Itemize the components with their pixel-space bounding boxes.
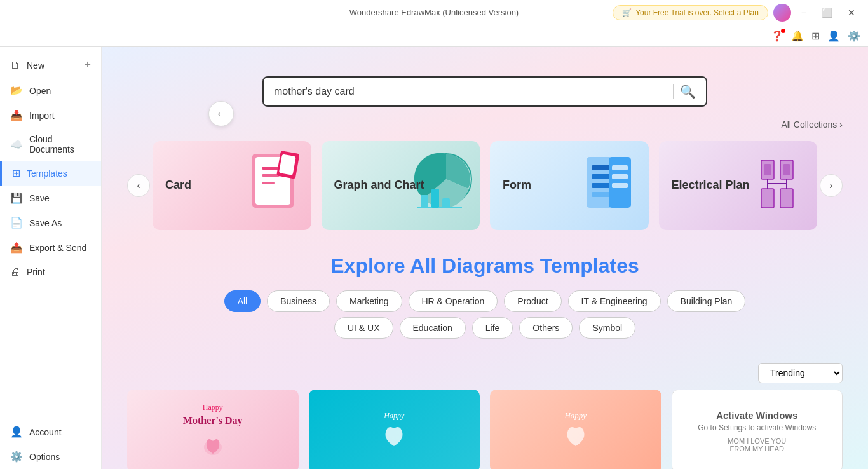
- svg-rect-18: [612, 165, 628, 170]
- title-bar: Wondershare EdrawMax (Unlicensed Version…: [0, 0, 868, 25]
- template-card-1[interactable]: Happy Mother's Day: [127, 390, 299, 469]
- toolbar-row: ❓ 🔔 ⊞ 👤 ⚙️: [0, 25, 868, 47]
- sort-select[interactable]: Trending Newest Most Popular: [758, 363, 843, 383]
- sidebar-item-export[interactable]: 📤 Export & Send: [0, 235, 101, 260]
- options-icon: ⚙️: [10, 451, 23, 463]
- settings-icon[interactable]: ⚙️: [848, 30, 860, 42]
- filter-tags-row2: UI & UX Education Life Others Symbol: [127, 317, 843, 339]
- carousel-prev-button[interactable]: ‹: [127, 174, 150, 197]
- close-button[interactable]: ✕: [843, 6, 860, 19]
- templates-icon: ⊞: [12, 167, 20, 179]
- saveas-icon: 📄: [10, 217, 23, 229]
- filter-others[interactable]: Others: [519, 317, 573, 339]
- template-card-3[interactable]: Happy: [490, 390, 661, 469]
- filter-symbol[interactable]: Symbol: [579, 317, 635, 339]
- card-illustration: [243, 147, 306, 220]
- search-button[interactable]: 🔍: [680, 84, 696, 99]
- carousel-items: Card: [150, 136, 820, 235]
- carousel-wrapper: ‹ Card: [127, 136, 843, 235]
- sidebar-item-cloud-label: Cloud Documents: [29, 134, 91, 154]
- filter-building[interactable]: Building Plan: [667, 290, 746, 312]
- filter-product[interactable]: Product: [504, 290, 561, 312]
- svg-rect-29: [783, 164, 790, 175]
- sidebar-item-new-label: New: [27, 60, 44, 71]
- sidebar-item-templates-label: Templates: [27, 168, 67, 179]
- export-icon: 📤: [10, 241, 23, 254]
- sidebar-item-open[interactable]: 📂 Open: [0, 78, 101, 103]
- bell-icon[interactable]: 🔔: [791, 30, 804, 42]
- carousel-card-form[interactable]: Form: [490, 141, 649, 230]
- sidebar-item-templates[interactable]: ⊞ Templates: [0, 161, 101, 186]
- carousel-card-card[interactable]: Card: [153, 141, 311, 230]
- search-divider: [673, 84, 674, 99]
- trial-banner[interactable]: 🛒 Your Free Trial is over. Select a Plan: [613, 5, 768, 20]
- import-icon: 📥: [10, 109, 23, 121]
- sidebar-item-import-label: Import: [29, 111, 55, 121]
- sort-row: Trending Newest Most Popular: [102, 357, 868, 390]
- explore-title: Explore All Diagrams Templates: [127, 254, 843, 278]
- svg-rect-23: [761, 189, 774, 208]
- avatar[interactable]: [773, 4, 791, 22]
- minimize-button[interactable]: −: [796, 6, 811, 19]
- filter-hr[interactable]: HR & Operation: [409, 290, 498, 312]
- new-icon: 🗋: [10, 60, 20, 71]
- sidebar-item-saveas[interactable]: 📄 Save As: [0, 210, 101, 235]
- carousel-card-electrical-label: Electrical Plan: [672, 178, 750, 193]
- sidebar-item-options-label: Options: [29, 452, 60, 462]
- svg-rect-9: [421, 195, 428, 208]
- template-card-3-content: Happy: [490, 390, 661, 469]
- back-button[interactable]: ←: [208, 101, 234, 126]
- carousel-card-graph[interactable]: Graph and Chart: [322, 141, 480, 230]
- save-icon: 💾: [10, 192, 23, 204]
- account-icon: 👤: [10, 426, 23, 438]
- all-collections-link[interactable]: All Collections ›: [127, 119, 843, 130]
- filter-life[interactable]: Life: [472, 317, 513, 339]
- carousel-card-form-label: Form: [503, 178, 531, 193]
- sidebar-item-export-label: Export & Send: [29, 243, 86, 253]
- carousel-card-graph-label: Graph and Chart: [334, 178, 424, 193]
- svg-rect-11: [442, 198, 450, 208]
- cloud-icon: ☁️: [10, 139, 23, 151]
- sidebar-item-print[interactable]: 🖨 Print: [0, 260, 101, 284]
- svg-rect-4: [262, 182, 275, 184]
- carousel-next-button[interactable]: ›: [820, 174, 843, 197]
- sidebar-item-open-label: Open: [29, 86, 51, 96]
- sidebar-item-account[interactable]: 👤 Account: [0, 419, 101, 444]
- apps-icon[interactable]: ⊞: [811, 30, 820, 42]
- search-input[interactable]: [274, 86, 667, 97]
- sidebar-item-saveas-label: Save As: [29, 218, 62, 228]
- content-area: ← 🔍 All Collections › ‹ Card: [102, 47, 868, 469]
- open-icon: 📂: [10, 85, 23, 97]
- sidebar-item-save-label: Save: [29, 193, 50, 203]
- sidebar-item-import[interactable]: 📥 Import: [0, 103, 101, 128]
- sidebar-item-new[interactable]: 🗋 New +: [0, 52, 101, 78]
- template-grid: Happy Mother's Day Happy: [102, 390, 868, 469]
- help-icon[interactable]: ❓: [771, 30, 783, 42]
- svg-rect-24: [780, 189, 793, 208]
- svg-rect-19: [612, 174, 628, 179]
- filter-business[interactable]: Business: [267, 290, 330, 312]
- sidebar-item-save[interactable]: 💾 Save: [0, 186, 101, 210]
- svg-rect-20: [612, 183, 628, 188]
- filter-all[interactable]: All: [224, 290, 261, 312]
- carousel-card-electrical[interactable]: Electrical Plan: [659, 141, 818, 230]
- maximize-button[interactable]: ⬜: [817, 6, 837, 19]
- filter-marketing[interactable]: Marketing: [336, 290, 402, 312]
- filter-education[interactable]: Education: [400, 317, 466, 339]
- filter-uiux[interactable]: UI & UX: [334, 317, 393, 339]
- filter-it[interactable]: IT & Engineering: [568, 290, 661, 312]
- template-card-1-content: Happy Mother's Day: [127, 390, 299, 469]
- template-card-2[interactable]: Happy: [309, 390, 480, 469]
- user-icon[interactable]: 👤: [827, 30, 840, 42]
- sidebar-item-cloud[interactable]: ☁️ Cloud Documents: [0, 128, 101, 161]
- svg-rect-16: [592, 192, 611, 197]
- svg-rect-10: [431, 189, 439, 208]
- electrical-illustration: [742, 147, 812, 220]
- app-title: Wondershare EdrawMax (Unlicensed Version…: [349, 8, 519, 17]
- sidebar-item-account-label: Account: [29, 427, 62, 437]
- plus-icon: +: [84, 58, 91, 72]
- activate-overlay: Activate Windows Go to Settings to activ…: [672, 390, 843, 469]
- template-card-activate[interactable]: Activate Windows Go to Settings to activ…: [672, 390, 843, 469]
- sidebar-item-options[interactable]: ⚙️ Options: [0, 444, 101, 469]
- carousel-card-card-label: Card: [165, 178, 191, 193]
